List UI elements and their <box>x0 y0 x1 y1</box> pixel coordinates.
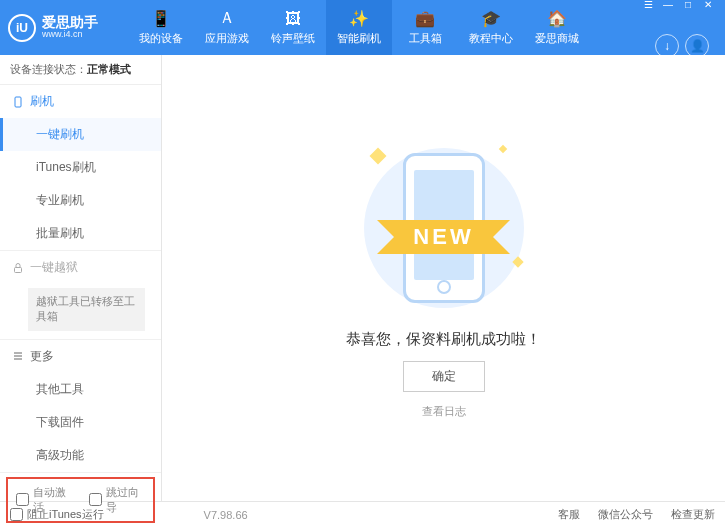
sidebar-item-other-tools[interactable]: 其他工具 <box>0 373 161 406</box>
footer-link-wechat[interactable]: 微信公众号 <box>598 507 653 522</box>
checkbox-input[interactable] <box>16 493 29 506</box>
main-content: NEW 恭喜您，保资料刷机成功啦！ 确定 查看日志 <box>162 55 725 501</box>
section-label: 一键越狱 <box>30 259 78 276</box>
apps-icon: Ａ <box>218 10 236 28</box>
body-area: 设备连接状态：正常模式 刷机 一键刷机 iTunes刷机 专业刷机 批量刷机 一… <box>0 55 725 501</box>
app-url: www.i4.cn <box>42 30 98 40</box>
footer-link-update[interactable]: 检查更新 <box>671 507 715 522</box>
svg-rect-0 <box>15 97 21 107</box>
sidebar-section-jailbreak: 一键越狱 越狱工具已转移至工具箱 <box>0 251 161 340</box>
connection-status: 设备连接状态：正常模式 <box>0 55 161 85</box>
status-label: 设备连接状态： <box>10 63 87 75</box>
sidebar-section-more: 更多 其他工具 下载固件 高级功能 <box>0 340 161 473</box>
nav-apps-games[interactable]: Ａ 应用游戏 <box>194 0 260 55</box>
footer-links: 客服 微信公众号 检查更新 <box>558 507 715 522</box>
checkbox-label: 阻止iTunes运行 <box>27 507 104 522</box>
sidebar-section-flash: 刷机 一键刷机 iTunes刷机 专业刷机 批量刷机 <box>0 85 161 251</box>
nav-smart-flash[interactable]: ✨ 智能刷机 <box>326 0 392 55</box>
nav-toolbox[interactable]: 💼 工具箱 <box>392 0 458 55</box>
nav-label: 铃声壁纸 <box>271 31 315 46</box>
version-label: V7.98.66 <box>204 509 248 521</box>
nav-label: 教程中心 <box>469 31 513 46</box>
app-title: 爱思助手 <box>42 15 98 30</box>
user-icon[interactable]: 👤 <box>685 34 709 58</box>
footer-link-support[interactable]: 客服 <box>558 507 580 522</box>
section-label: 更多 <box>30 348 54 365</box>
close-icon[interactable]: ✕ <box>699 0 717 12</box>
checkbox-label: 跳过向导 <box>106 485 146 515</box>
confirm-button[interactable]: 确定 <box>403 361 485 392</box>
nav-my-device[interactable]: 📱 我的设备 <box>128 0 194 55</box>
phone-icon <box>12 96 24 108</box>
section-label: 刷机 <box>30 93 54 110</box>
header-right: ☰ — □ ✕ ↓ 👤 <box>639 0 717 58</box>
sidebar-item-pro-flash[interactable]: 专业刷机 <box>0 184 161 217</box>
nav-label: 工具箱 <box>409 31 442 46</box>
sidebar-head-jailbreak[interactable]: 一键越狱 <box>0 251 161 284</box>
sidebar: 设备连接状态：正常模式 刷机 一键刷机 iTunes刷机 专业刷机 批量刷机 一… <box>0 55 162 501</box>
store-icon: 🏠 <box>548 10 566 28</box>
jailbreak-note[interactable]: 越狱工具已转移至工具箱 <box>28 288 145 331</box>
success-illustration: NEW <box>354 138 534 318</box>
block-itunes-checkbox[interactable]: 阻止iTunes运行 <box>10 507 104 522</box>
maximize-icon[interactable]: □ <box>679 0 697 12</box>
download-icon[interactable]: ↓ <box>655 34 679 58</box>
sidebar-item-itunes-flash[interactable]: iTunes刷机 <box>0 151 161 184</box>
nav-ringtone-wallpaper[interactable]: 🖼 铃声壁纸 <box>260 0 326 55</box>
list-icon <box>12 350 24 362</box>
svg-rect-1 <box>15 267 22 272</box>
nav-label: 爱思商城 <box>535 31 579 46</box>
new-ribbon: NEW <box>395 220 491 254</box>
nav-label: 智能刷机 <box>337 31 381 46</box>
wallpaper-icon: 🖼 <box>284 10 302 28</box>
minimize-icon[interactable]: — <box>659 0 677 12</box>
sidebar-item-batch-flash[interactable]: 批量刷机 <box>0 217 161 250</box>
sidebar-item-advanced[interactable]: 高级功能 <box>0 439 161 472</box>
flash-icon: ✨ <box>350 10 368 28</box>
view-log-link[interactable]: 查看日志 <box>422 404 466 419</box>
sidebar-head-more[interactable]: 更多 <box>0 340 161 373</box>
app-header: iU 爱思助手 www.i4.cn 📱 我的设备 Ａ 应用游戏 🖼 铃声壁纸 ✨… <box>0 0 725 55</box>
device-icon: 📱 <box>152 10 170 28</box>
checkbox-input[interactable] <box>89 493 102 506</box>
toolbox-icon: 💼 <box>416 10 434 28</box>
nav-tabs: 📱 我的设备 Ａ 应用游戏 🖼 铃声壁纸 ✨ 智能刷机 💼 工具箱 🎓 教程中心… <box>128 0 590 55</box>
nav-label: 应用游戏 <box>205 31 249 46</box>
nav-store[interactable]: 🏠 爱思商城 <box>524 0 590 55</box>
logo-text: 爱思助手 www.i4.cn <box>42 15 98 40</box>
status-value: 正常模式 <box>87 63 131 75</box>
window-controls: ☰ — □ ✕ <box>639 0 717 12</box>
logo-area[interactable]: iU 爱思助手 www.i4.cn <box>8 14 128 42</box>
nav-tutorials[interactable]: 🎓 教程中心 <box>458 0 524 55</box>
menu-icon[interactable]: ☰ <box>639 0 657 12</box>
tutorial-icon: 🎓 <box>482 10 500 28</box>
success-message: 恭喜您，保资料刷机成功啦！ <box>346 330 541 349</box>
logo-icon: iU <box>8 14 36 42</box>
lock-icon <box>12 262 24 274</box>
nav-label: 我的设备 <box>139 31 183 46</box>
sidebar-item-oneclick-flash[interactable]: 一键刷机 <box>0 118 161 151</box>
sidebar-head-flash[interactable]: 刷机 <box>0 85 161 118</box>
checkbox-input[interactable] <box>10 508 23 521</box>
sidebar-item-download-fw[interactable]: 下载固件 <box>0 406 161 439</box>
